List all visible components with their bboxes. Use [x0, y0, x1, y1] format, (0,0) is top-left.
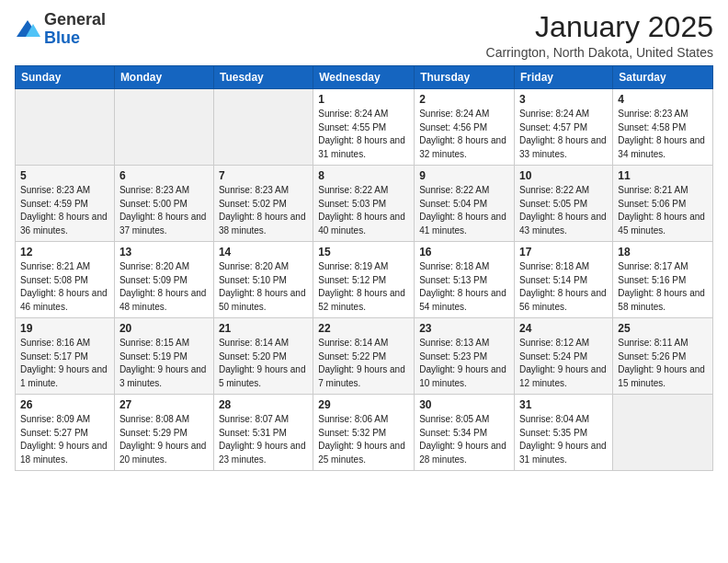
day-number: 20: [119, 322, 209, 335]
day-info: Sunrise: 8:22 AMSunset: 5:03 PMDaylight:…: [318, 184, 409, 237]
table-cell: 6Sunrise: 8:23 AMSunset: 5:00 PMDaylight…: [114, 166, 213, 242]
day-number: 26: [20, 398, 109, 411]
week-row-1: 1Sunrise: 8:24 AMSunset: 4:55 PMDaylight…: [16, 89, 713, 166]
day-info: Sunrise: 8:21 AMSunset: 5:08 PMDaylight:…: [20, 260, 109, 314]
day-number: 6: [119, 169, 209, 182]
day-info: Sunrise: 8:24 AMSunset: 4:55 PMDaylight:…: [318, 108, 409, 161]
day-number: 7: [219, 169, 308, 182]
header-row: General Blue January 2025 Carrington, No…: [15, 11, 713, 60]
day-number: 3: [519, 93, 608, 106]
day-number: 21: [219, 322, 308, 335]
col-monday: Monday: [114, 66, 213, 89]
logo-general-text: General: [44, 10, 106, 29]
table-cell: 31Sunrise: 8:04 AMSunset: 5:35 PMDayligh…: [515, 395, 613, 471]
day-number: 9: [419, 169, 509, 182]
day-info: Sunrise: 8:18 AMSunset: 5:14 PMDaylight:…: [519, 260, 608, 314]
day-number: 16: [419, 246, 509, 259]
day-number: 2: [419, 93, 509, 106]
table-cell: 7Sunrise: 8:23 AMSunset: 5:02 PMDaylight…: [213, 166, 313, 242]
month-title: January 2025: [486, 11, 713, 43]
day-number: 25: [618, 322, 708, 335]
table-cell: [16, 89, 115, 166]
table-cell: 1Sunrise: 8:24 AMSunset: 4:55 PMDaylight…: [313, 89, 415, 166]
table-cell: 5Sunrise: 8:23 AMSunset: 4:59 PMDaylight…: [16, 166, 115, 242]
table-cell: [213, 89, 313, 166]
col-sunday: Sunday: [16, 66, 115, 89]
table-cell: 14Sunrise: 8:20 AMSunset: 5:10 PMDayligh…: [213, 242, 313, 318]
day-number: 18: [618, 246, 708, 259]
day-number: 30: [419, 398, 509, 411]
week-row-5: 26Sunrise: 8:09 AMSunset: 5:27 PMDayligh…: [16, 395, 713, 471]
table-cell: 17Sunrise: 8:18 AMSunset: 5:14 PMDayligh…: [515, 242, 613, 318]
table-cell: 27Sunrise: 8:08 AMSunset: 5:29 PMDayligh…: [114, 395, 213, 471]
col-wednesday: Wednesday: [313, 66, 415, 89]
day-info: Sunrise: 8:19 AMSunset: 5:12 PMDaylight:…: [318, 260, 409, 314]
logo-blue-text: Blue: [44, 29, 80, 47]
table-cell: 15Sunrise: 8:19 AMSunset: 5:12 PMDayligh…: [313, 242, 415, 318]
day-number: 24: [519, 322, 608, 335]
day-info: Sunrise: 8:18 AMSunset: 5:13 PMDaylight:…: [419, 260, 509, 314]
table-cell: 26Sunrise: 8:09 AMSunset: 5:27 PMDayligh…: [16, 395, 115, 471]
calendar-table: Sunday Monday Tuesday Wednesday Thursday…: [15, 65, 713, 471]
day-info: Sunrise: 8:24 AMSunset: 4:56 PMDaylight:…: [419, 108, 509, 161]
day-info: Sunrise: 8:22 AMSunset: 5:04 PMDaylight:…: [419, 184, 509, 237]
table-cell: 12Sunrise: 8:21 AMSunset: 5:08 PMDayligh…: [16, 242, 115, 318]
table-cell: 24Sunrise: 8:12 AMSunset: 5:24 PMDayligh…: [515, 318, 613, 395]
week-row-4: 19Sunrise: 8:16 AMSunset: 5:17 PMDayligh…: [16, 318, 713, 395]
table-cell: 30Sunrise: 8:05 AMSunset: 5:34 PMDayligh…: [415, 395, 515, 471]
day-number: 1: [318, 93, 409, 106]
page: General Blue January 2025 Carrington, No…: [0, 0, 728, 563]
table-cell: 3Sunrise: 8:24 AMSunset: 4:57 PMDaylight…: [515, 89, 613, 166]
table-cell: 21Sunrise: 8:14 AMSunset: 5:20 PMDayligh…: [213, 318, 313, 395]
table-cell: 13Sunrise: 8:20 AMSunset: 5:09 PMDayligh…: [114, 242, 213, 318]
day-number: 4: [618, 93, 708, 106]
logo: General Blue: [15, 11, 106, 48]
day-number: 22: [318, 322, 409, 335]
table-cell: 9Sunrise: 8:22 AMSunset: 5:04 PMDaylight…: [415, 166, 515, 242]
table-cell: 29Sunrise: 8:06 AMSunset: 5:32 PMDayligh…: [313, 395, 415, 471]
table-cell: 23Sunrise: 8:13 AMSunset: 5:23 PMDayligh…: [415, 318, 515, 395]
col-saturday: Saturday: [613, 66, 713, 89]
day-info: Sunrise: 8:08 AMSunset: 5:29 PMDaylight:…: [119, 413, 209, 466]
calendar-body: 1Sunrise: 8:24 AMSunset: 4:55 PMDaylight…: [16, 89, 713, 471]
table-cell: [613, 395, 713, 471]
day-info: Sunrise: 8:20 AMSunset: 5:09 PMDaylight:…: [119, 260, 209, 314]
title-block: January 2025 Carrington, North Dakota, U…: [486, 11, 713, 60]
day-info: Sunrise: 8:24 AMSunset: 4:57 PMDaylight:…: [519, 108, 608, 161]
day-number: 29: [318, 398, 409, 411]
logo-icon: [15, 17, 40, 42]
day-number: 8: [318, 169, 409, 182]
table-cell: 18Sunrise: 8:17 AMSunset: 5:16 PMDayligh…: [613, 242, 713, 318]
table-cell: 11Sunrise: 8:21 AMSunset: 5:06 PMDayligh…: [613, 166, 713, 242]
day-info: Sunrise: 8:21 AMSunset: 5:06 PMDaylight:…: [618, 184, 708, 237]
col-thursday: Thursday: [415, 66, 515, 89]
day-info: Sunrise: 8:14 AMSunset: 5:22 PMDaylight:…: [318, 337, 409, 390]
table-cell: 16Sunrise: 8:18 AMSunset: 5:13 PMDayligh…: [415, 242, 515, 318]
day-number: 19: [20, 322, 109, 335]
day-info: Sunrise: 8:06 AMSunset: 5:32 PMDaylight:…: [318, 413, 409, 466]
day-info: Sunrise: 8:05 AMSunset: 5:34 PMDaylight:…: [419, 413, 509, 466]
week-row-3: 12Sunrise: 8:21 AMSunset: 5:08 PMDayligh…: [16, 242, 713, 318]
table-cell: 22Sunrise: 8:14 AMSunset: 5:22 PMDayligh…: [313, 318, 415, 395]
day-number: 15: [318, 246, 409, 259]
day-number: 28: [219, 398, 308, 411]
day-info: Sunrise: 8:23 AMSunset: 4:58 PMDaylight:…: [618, 108, 708, 161]
day-info: Sunrise: 8:14 AMSunset: 5:20 PMDaylight:…: [219, 337, 308, 390]
day-info: Sunrise: 8:11 AMSunset: 5:26 PMDaylight:…: [618, 337, 708, 390]
table-cell: 25Sunrise: 8:11 AMSunset: 5:26 PMDayligh…: [613, 318, 713, 395]
day-info: Sunrise: 8:22 AMSunset: 5:05 PMDaylight:…: [519, 184, 608, 237]
table-cell: [114, 89, 213, 166]
day-number: 17: [519, 246, 608, 259]
day-number: 11: [618, 169, 708, 182]
day-info: Sunrise: 8:15 AMSunset: 5:19 PMDaylight:…: [119, 337, 209, 390]
day-number: 10: [519, 169, 608, 182]
day-info: Sunrise: 8:13 AMSunset: 5:23 PMDaylight:…: [419, 337, 509, 390]
table-cell: 10Sunrise: 8:22 AMSunset: 5:05 PMDayligh…: [515, 166, 613, 242]
table-cell: 4Sunrise: 8:23 AMSunset: 4:58 PMDaylight…: [613, 89, 713, 166]
day-info: Sunrise: 8:04 AMSunset: 5:35 PMDaylight:…: [519, 413, 608, 466]
col-tuesday: Tuesday: [213, 66, 313, 89]
day-number: 13: [119, 246, 209, 259]
table-cell: 20Sunrise: 8:15 AMSunset: 5:19 PMDayligh…: [114, 318, 213, 395]
day-number: 12: [20, 246, 109, 259]
calendar-header-row: Sunday Monday Tuesday Wednesday Thursday…: [16, 66, 713, 89]
